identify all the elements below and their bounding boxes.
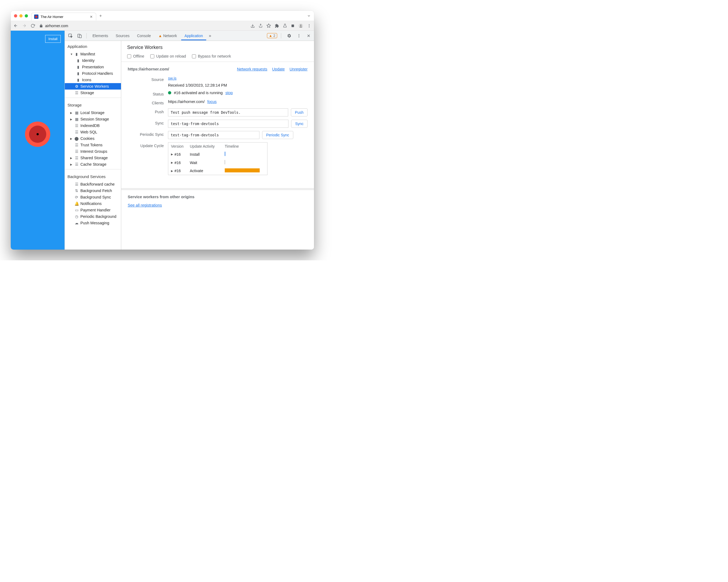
svg-rect-6: [291, 24, 294, 27]
sw-body: https://airhorner.com/ Network requests …: [121, 62, 314, 183]
reload-button[interactable]: [31, 24, 35, 28]
sidebar-item-trust-tokens[interactable]: ☰Trust Tokens: [65, 142, 121, 148]
clients-label: Clients: [128, 100, 168, 105]
sidebar-item-shared-storage[interactable]: ▶☰Shared Storage: [65, 155, 121, 161]
favicon: [34, 15, 38, 19]
tab-application[interactable]: Application: [181, 31, 206, 40]
sidebar-item-notifications[interactable]: 🔔Notifications: [65, 200, 121, 207]
stop-link[interactable]: stop: [225, 91, 233, 95]
sidebar-item-icons[interactable]: ▮Icons: [65, 77, 121, 83]
sync-input[interactable]: [168, 120, 288, 128]
sidebar-item-cache-storage[interactable]: ▶☰Cache Storage: [65, 161, 121, 168]
install-button[interactable]: Install: [45, 35, 61, 43]
cloud-icon: ☁: [75, 221, 79, 225]
tab-elements[interactable]: Elements: [89, 31, 111, 40]
warning-icon: ▲: [158, 34, 162, 38]
update-on-reload-checkbox[interactable]: Update on reload: [150, 54, 186, 58]
settings-icon[interactable]: [285, 32, 293, 40]
sidebar-item-bf-cache[interactable]: ☰Back/forward cache: [65, 181, 121, 187]
file-icon: ▮: [76, 58, 80, 63]
tab-network[interactable]: ▲ Network: [155, 31, 180, 40]
url-field[interactable]: airhorner.com: [39, 24, 247, 28]
download-icon[interactable]: [251, 24, 255, 28]
sidebar-item-protocol-handlers[interactable]: ▮Protocol Handlers: [65, 70, 121, 77]
database-icon: ☰: [75, 91, 79, 95]
periodic-sync-button[interactable]: Periodic Sync: [262, 131, 293, 139]
periodic-sync-input[interactable]: [168, 131, 259, 139]
close-tab-icon[interactable]: ✕: [90, 15, 93, 19]
close-devtools-icon[interactable]: [305, 32, 312, 40]
device-toolbar-icon[interactable]: [76, 32, 84, 40]
menu-icon[interactable]: [307, 24, 311, 28]
cycle-row[interactable]: ▶#16 Wait: [168, 158, 267, 167]
sidebar-item-bg-sync[interactable]: ⟳Background Sync: [65, 194, 121, 200]
sidebar-item-websql[interactable]: ☰Web SQL: [65, 129, 121, 135]
transfer-icon: ⇅: [75, 188, 79, 193]
window-controls: [14, 14, 28, 18]
sidebar-item-service-workers[interactable]: ⚙Service Workers: [65, 83, 121, 90]
cycle-row[interactable]: ▶#16 Activate: [168, 167, 267, 175]
network-requests-link[interactable]: Network requests: [237, 67, 267, 71]
sidebar-item-local-storage[interactable]: ▶▦Local Storage: [65, 109, 121, 116]
labs-icon[interactable]: [283, 24, 287, 28]
page-preview: Install: [11, 31, 64, 250]
browser-tab[interactable]: The Air Horner ✕: [31, 12, 96, 21]
inspect-element-icon[interactable]: [67, 32, 75, 40]
url-bar: airhorner.com: [11, 21, 314, 31]
sidebar-item-payment[interactable]: ▭Payment Handler: [65, 207, 121, 213]
svg-rect-14: [79, 35, 81, 38]
focus-link[interactable]: focus: [207, 100, 217, 104]
back-button[interactable]: [14, 23, 18, 28]
update-icon[interactable]: [291, 24, 295, 28]
sidebar-item-identity[interactable]: ▮Identity: [65, 57, 121, 64]
panel-title: Service Workers: [127, 45, 308, 50]
profile-icon[interactable]: [298, 23, 303, 28]
new-tab-button[interactable]: +: [100, 14, 102, 18]
airhorn-button[interactable]: [25, 122, 50, 147]
bypass-network-checkbox[interactable]: Bypass for network: [192, 54, 231, 58]
share-icon[interactable]: [259, 24, 263, 28]
sync-button[interactable]: Sync: [291, 120, 308, 128]
unregister-link[interactable]: Unregister: [289, 67, 308, 71]
cookie-icon: ⬤: [75, 136, 79, 141]
cycle-row[interactable]: ▶#16 Install: [168, 150, 267, 158]
tab-console[interactable]: Console: [134, 31, 154, 40]
sidebar-item-indexeddb[interactable]: ☰IndexedDB: [65, 122, 121, 129]
close-window-button[interactable]: [14, 14, 17, 18]
push-input[interactable]: [168, 108, 288, 117]
sidebar-item-session-storage[interactable]: ▶▦Session Storage: [65, 116, 121, 122]
database-icon: ☰: [75, 162, 79, 167]
file-icon: ▮: [76, 71, 80, 76]
forward-button[interactable]: [22, 23, 27, 28]
sidebar-item-presentation[interactable]: ▮Presentation: [65, 64, 121, 70]
kebab-menu-icon[interactable]: [295, 32, 303, 40]
warning-badge[interactable]: ▲ 2: [267, 33, 277, 38]
chevron-down-icon[interactable]: [307, 14, 311, 18]
tab-sources[interactable]: Sources: [112, 31, 133, 40]
offline-checkbox[interactable]: Offline: [127, 54, 145, 58]
database-icon: ☰: [75, 156, 79, 160]
sidebar-item-storage[interactable]: ☰Storage: [65, 90, 121, 96]
maximize-window-button[interactable]: [25, 14, 28, 18]
sidebar-item-push-msg[interactable]: ☁Push Messaging: [65, 220, 121, 226]
service-workers-panel: Service Workers Offline Update on reload…: [121, 41, 314, 250]
file-icon: ▮: [75, 52, 79, 56]
source-file-link[interactable]: sw.js: [168, 76, 176, 80]
other-origins-section: Service workers from other origins See a…: [121, 188, 314, 212]
push-button[interactable]: Push: [291, 108, 308, 117]
sidebar-item-bg-fetch[interactable]: ⇅Background Fetch: [65, 187, 121, 194]
status-text: #16 activated and is running: [174, 91, 223, 95]
minimize-window-button[interactable]: [19, 14, 23, 18]
bookmark-icon[interactable]: [266, 23, 271, 28]
sidebar-item-cookies[interactable]: ▶⬤Cookies: [65, 135, 121, 142]
see-all-registrations-link[interactable]: See all registrations: [128, 203, 162, 207]
extensions-icon[interactable]: [275, 24, 279, 28]
sidebar-item-periodic-bg[interactable]: ◷Periodic Background: [65, 213, 121, 220]
sidebar-item-manifest[interactable]: ▼▮Manifest: [65, 51, 121, 57]
svg-point-15: [299, 34, 300, 35]
timeline-bar-icon: [225, 168, 260, 172]
more-tabs-icon[interactable]: »: [207, 32, 213, 40]
sidebar-item-interest-groups[interactable]: ☰Interest Groups: [65, 148, 121, 155]
tab-title: The Air Horner: [41, 15, 63, 19]
update-link[interactable]: Update: [272, 67, 285, 71]
